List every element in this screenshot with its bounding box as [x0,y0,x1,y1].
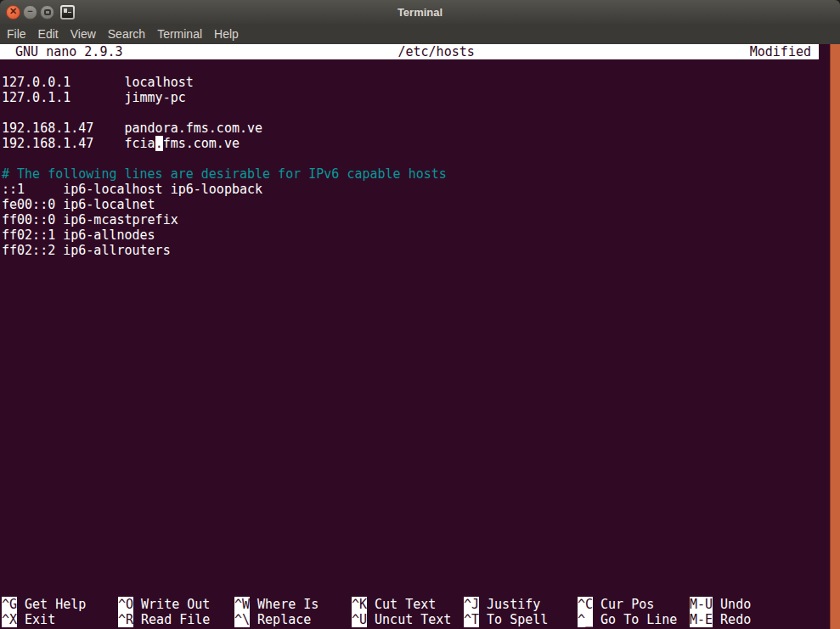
editor-line-3[interactable] [2,105,828,121]
shortcut-label: Read File [133,612,210,627]
editor-line-8[interactable]: ::1 ip6-localhost ip6-loopback [2,182,828,197]
shortcut-col-1: ^GGet Help^XExit [2,597,118,627]
shortcut-item: ^\Replace [234,612,352,627]
editor-line-2[interactable]: 127.0.1.1 jimmy-pc [2,90,828,105]
shortcut-item: ^RRead File [118,612,234,627]
shortcut-label: Go To Line [593,612,677,627]
text-cursor: . [155,136,163,151]
shortcut-label: Cur Pos [593,597,654,612]
shortcut-col-5: ^JJustify^TTo Spell [464,597,578,627]
shortcut-key: ^W [234,597,250,612]
shortcut-key: ^U [352,612,367,627]
shortcut-col-7: M-UUndoM-ERedo [690,597,828,627]
shortcut-item: ^OWrite Out [118,597,234,612]
editor-line-11[interactable]: ff02::1 ip6-allnodes [2,227,828,243]
editor-line-9[interactable]: fe00::0 ip6-localnet [2,197,828,212]
menu-item-view[interactable]: View [70,27,96,41]
titlebar[interactable]: ✕ − Terminal [0,0,840,24]
menu-item-terminal[interactable]: Terminal [157,27,202,41]
menu-item-search[interactable]: Search [108,27,145,41]
editor-line-6[interactable] [2,151,828,166]
shortcut-item: ^KCut Text [352,597,464,612]
editor-line-4[interactable]: 192.168.1.47 pandora.fms.com.ve [2,121,828,136]
shortcut-key: ^R [118,612,133,627]
shortcut-label: To Spell [479,612,548,627]
shortcut-label: Uncut Text [367,612,451,627]
shortcut-col-4: ^KCut Text^UUncut Text [352,597,464,627]
shortcut-key: ^\ [234,612,250,627]
shortcut-key: ^K [352,597,367,612]
terminal-window: ✕ − Terminal File Edit View Search Termi… [0,0,840,629]
shortcut-item: ^WWhere Is [234,597,352,612]
menu-item-file[interactable]: File [7,27,26,41]
line-text: fms.com.ve [163,136,240,151]
shortcut-label: Justify [479,597,540,612]
shortcut-label: Where Is [250,597,319,612]
shortcut-item: M-ERedo [690,612,828,627]
shortcut-key: ^_ [578,612,593,627]
nano-modified-status: Modified [750,44,819,59]
shortcut-label: Redo [713,612,751,627]
editor-line-7[interactable]: # The following lines are desirable for … [2,166,828,182]
shortcut-key: ^J [464,597,479,612]
shortcut-item: ^_Go To Line [578,612,690,627]
nano-filename: /etc/hosts [123,44,750,59]
shortcut-key: M-E [690,612,713,627]
nano-version-label: GNU nano 2.9.3 [0,44,123,59]
editor-line-5[interactable]: 192.168.1.47 fcia.fms.com.ve [2,136,828,151]
shortcut-col-6: ^CCur Pos^_Go To Line [578,597,690,627]
shortcut-key: ^O [118,597,133,612]
nano-titlebar: GNU nano 2.9.3 /etc/hosts Modified [0,44,819,59]
editor-line-1[interactable]: 127.0.0.1 localhost [2,75,828,90]
shortcut-col-2: ^OWrite Out^RRead File [118,597,234,627]
terminal-screen[interactable]: GNU nano 2.9.3 /etc/hosts Modified 127.0… [0,44,840,629]
menu-item-help[interactable]: Help [214,27,239,41]
shortcut-col-3: ^WWhere Is^\Replace [234,597,352,627]
shortcut-key: M-U [690,597,713,612]
editor-line-10[interactable]: ff00::0 ip6-mcastprefix [2,212,828,227]
menu-item-edit[interactable]: Edit [38,27,59,41]
editor-lines[interactable]: 127.0.0.1 localhost127.0.1.1 jimmy-pc192… [2,75,828,258]
shortcut-key: ^G [2,597,17,612]
shortcut-key: ^C [578,597,593,612]
shortcut-key: ^T [464,612,479,627]
shortcut-key: ^X [2,612,17,627]
shortcut-item: ^GGet Help [2,597,118,612]
shortcut-item: M-UUndo [690,597,828,612]
shortcut-item: ^XExit [2,612,118,627]
shortcut-label: Undo [713,597,751,612]
editor-line-12[interactable]: ff02::2 ip6-allrouters [2,243,828,258]
shortcut-label: Cut Text [367,597,436,612]
window-title: Terminal [0,6,840,19]
shortcut-item: ^TTo Spell [464,612,578,627]
shortcut-label: Get Help [17,597,86,612]
shortcut-label: Write Out [133,597,210,612]
shortcut-label: Exit [17,612,55,627]
shortcut-item: ^UUncut Text [352,612,464,627]
line-text: 192.168.1.47 fcia [2,136,155,151]
shortcut-item: ^CCur Pos [578,597,690,612]
scrollbar-thumb[interactable] [830,44,840,629]
shortcut-bar: ^GGet Help^XExit^OWrite Out^RRead File^W… [2,597,828,627]
shortcut-item: ^JJustify [464,597,578,612]
shortcut-label: Replace [250,612,311,627]
menubar: File Edit View Search Terminal Help [0,24,840,44]
